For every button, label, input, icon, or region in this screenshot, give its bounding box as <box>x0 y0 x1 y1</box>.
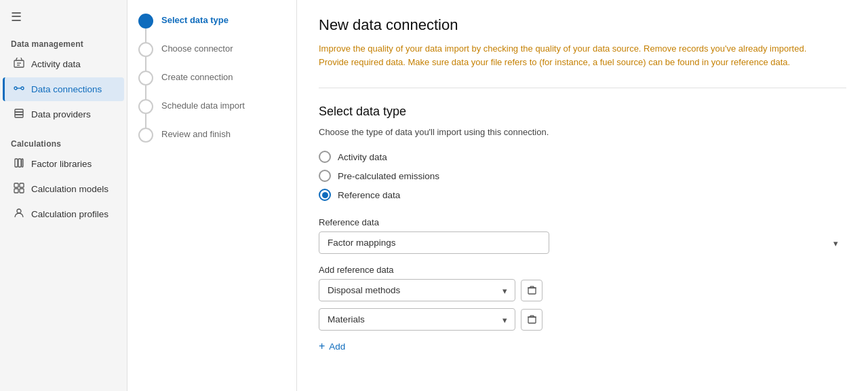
radio-reference-data[interactable]: Reference data <box>319 189 846 201</box>
info-text: Improve the quality of your data import … <box>319 42 807 69</box>
sidebar-item-data-connections[interactable]: Data connections <box>3 77 124 101</box>
section-label-data-management: Data management <box>0 34 127 52</box>
svg-point-3 <box>14 87 17 90</box>
wizard-step-3[interactable]: Create connection <box>138 71 285 86</box>
data-type-radio-group: Activity data Pre-calculated emissions R… <box>319 151 846 201</box>
wizard-circle-4 <box>138 99 153 114</box>
sidebar-item-activity-data[interactable]: Activity data <box>3 52 124 76</box>
reference-data-dropdown[interactable]: Factor mappings <box>319 231 549 254</box>
wizard-step-4[interactable]: Schedule data import <box>138 99 285 114</box>
add-reference-dropdown-2[interactable]: Materials <box>319 308 515 331</box>
radio-label-activity-data: Activity data <box>338 152 387 162</box>
data-connections-icon <box>14 83 24 96</box>
delete-reference-row-1-button[interactable] <box>521 280 542 301</box>
section-label-calculations: Calculations <box>0 134 127 151</box>
reference-data-dropdown-arrow: ▾ <box>833 238 838 248</box>
page-title: New data connection <box>319 16 846 34</box>
sidebar-item-data-providers-label: Data providers <box>31 109 91 119</box>
svg-rect-12 <box>14 183 18 187</box>
add-reference-row-2: Materials ▾ <box>319 308 846 331</box>
calculation-profiles-icon <box>14 208 24 221</box>
wizard-circle-5 <box>138 128 153 143</box>
svg-rect-10 <box>18 159 21 167</box>
section-divider <box>319 88 846 88</box>
add-button-label: Add <box>329 341 345 352</box>
svg-rect-11 <box>22 159 23 167</box>
add-reference-dropdown-1[interactable]: Disposal methods <box>319 279 515 301</box>
main-content: New data connection Improve the quality … <box>297 0 868 391</box>
wizard-step-3-label: Create connection <box>161 71 233 82</box>
wizard-circle-3 <box>138 71 153 86</box>
sidebar-item-data-connections-label: Data connections <box>31 84 102 94</box>
svg-point-16 <box>17 209 21 213</box>
sidebar-item-calculation-models[interactable]: Calculation models <box>3 177 124 201</box>
sidebar-item-calculation-models-label: Calculation models <box>31 184 108 194</box>
calculation-models-icon <box>14 183 24 196</box>
sidebar-item-activity-data-label: Activity data <box>31 59 81 69</box>
sidebar: ☰ Data management Activity data Data con… <box>0 0 127 391</box>
svg-rect-17 <box>528 288 536 294</box>
wizard-step-4-label: Schedule data import <box>161 99 245 111</box>
sidebar-item-factor-libraries[interactable]: Factor libraries <box>3 152 124 176</box>
wizard-step-1[interactable]: Select data type <box>138 14 285 29</box>
radio-circle-activity-data <box>319 151 331 163</box>
wizard-step-5-label: Review and finish <box>161 128 231 139</box>
radio-label-pre-calculated: Pre-calculated emissions <box>338 171 439 181</box>
svg-rect-15 <box>20 189 24 193</box>
sidebar-item-factor-libraries-label: Factor libraries <box>31 159 92 169</box>
radio-pre-calculated[interactable]: Pre-calculated emissions <box>319 170 846 182</box>
add-reference-button[interactable]: + Add <box>319 337 345 355</box>
wizard-circle-2 <box>138 42 153 57</box>
radio-circle-reference-data <box>319 189 331 201</box>
svg-rect-0 <box>14 60 24 67</box>
svg-point-4 <box>21 87 24 90</box>
data-providers-icon <box>14 108 24 121</box>
reference-data-field-label: Reference data <box>319 217 846 227</box>
add-reference-data-label: Add reference data <box>319 265 846 275</box>
svg-rect-13 <box>20 183 24 187</box>
radio-circle-pre-calculated <box>319 170 331 182</box>
svg-rect-9 <box>15 159 18 167</box>
hamburger-menu[interactable]: ☰ <box>0 0 127 34</box>
wizard-panel: Select data type Choose connector Create… <box>127 0 297 391</box>
activity-data-icon <box>14 58 24 71</box>
wizard-circle-1 <box>138 14 153 29</box>
wizard-step-2-label: Choose connector <box>161 42 233 54</box>
wizard-step-1-label: Select data type <box>161 14 229 25</box>
section-title: Select data type <box>319 105 846 119</box>
add-reference-row-1: Disposal methods ▾ <box>319 279 846 301</box>
svg-rect-14 <box>14 189 18 193</box>
sidebar-item-calculation-profiles[interactable]: Calculation profiles <box>3 202 124 226</box>
add-icon: + <box>319 340 325 352</box>
wizard-step-5[interactable]: Review and finish <box>138 128 285 143</box>
radio-activity-data[interactable]: Activity data <box>319 151 846 163</box>
factor-libraries-icon <box>14 157 24 170</box>
delete-reference-row-2-button[interactable] <box>521 309 542 331</box>
wizard-step-2[interactable]: Choose connector <box>138 42 285 57</box>
svg-rect-22 <box>528 317 536 323</box>
section-desc: Choose the type of data you'll import us… <box>319 127 846 137</box>
sidebar-item-data-providers[interactable]: Data providers <box>3 103 124 126</box>
radio-label-reference-data: Reference data <box>338 190 400 200</box>
svg-rect-8 <box>15 109 23 112</box>
sidebar-item-calculation-profiles-label: Calculation profiles <box>31 209 108 219</box>
reference-data-dropdown-wrapper: Factor mappings ▾ <box>319 231 846 254</box>
